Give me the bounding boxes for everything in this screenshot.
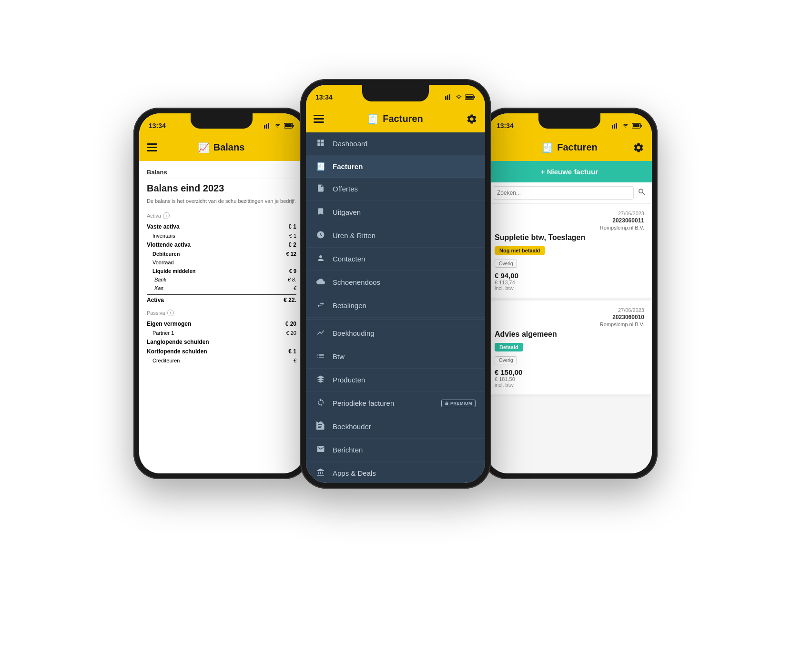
sidebar-item-schoenendoos[interactable]: Schoenendoos	[306, 271, 485, 294]
sidebar-item-dashboard[interactable]: Dashboard	[306, 132, 485, 156]
periodieke-facturen-label: Periodieke facturen	[333, 399, 394, 407]
invoice-number-1: 2023060011	[495, 217, 644, 224]
briefcase-icon	[315, 421, 326, 432]
header-title-center: 🧾 Facturen	[367, 113, 423, 125]
sidebar-item-boekhouder[interactable]: Boekhouder	[306, 415, 485, 439]
invoice-number-2: 2023060010	[495, 314, 644, 321]
search-input-right[interactable]	[493, 186, 634, 200]
document-icon	[315, 184, 326, 194]
search-button-right[interactable]	[638, 188, 646, 198]
notch-left	[191, 113, 253, 129]
sidebar-item-producten[interactable]: Producten	[306, 369, 485, 392]
balans-main-title: Balans eind 2023	[147, 183, 296, 194]
phones-container: 13:34 📈 Balans Balan	[110, 50, 681, 622]
sidebar-item-betalingen[interactable]: Betalingen	[306, 294, 485, 318]
contacten-label: Contacten	[333, 255, 365, 263]
category-badge-2: Overig	[495, 356, 517, 364]
sidebar-item-facturen[interactable]: 🧾 Facturen	[306, 156, 485, 178]
balans-total-activa: Activa € 22.	[147, 294, 296, 305]
hamburger-icon-left[interactable]	[147, 143, 157, 151]
gear-icon-center[interactable]	[466, 113, 477, 125]
chart-icon-left: 📈	[198, 142, 210, 153]
new-factuur-button[interactable]: + Nieuwe factuur	[487, 161, 652, 182]
balans-row: Crediteuren €	[147, 356, 296, 365]
app-header-center: 🧾 Facturen	[306, 106, 485, 132]
time-center: 13:34	[315, 93, 333, 101]
sidebar-item-contacten[interactable]: Contacten	[306, 248, 485, 271]
schoenendoos-label: Schoenendoos	[333, 278, 380, 286]
sidebar-item-offertes[interactable]: Offertes	[306, 178, 485, 201]
apps-deals-label: Apps & Deals	[333, 469, 376, 477]
activa-label: Activa i	[147, 212, 296, 219]
sidebar-item-berichten[interactable]: Berichten	[306, 439, 485, 462]
sidebar-item-uren-ritten[interactable]: Uren & Ritten	[306, 224, 485, 248]
cloud-icon	[315, 277, 326, 288]
svg-rect-4	[285, 124, 292, 127]
berichten-label: Berichten	[333, 446, 363, 454]
sidebar-item-btw[interactable]: Btw	[306, 345, 485, 369]
invoice-title-1: Suppletie btw, Toeslagen	[495, 233, 644, 242]
svg-rect-0	[264, 125, 265, 129]
producten-label: Producten	[333, 376, 365, 384]
facturen-label: Facturen	[333, 162, 363, 171]
nav-menu: Dashboard 🧾 Facturen Offertes	[306, 132, 485, 483]
time-right: 13:34	[497, 122, 514, 130]
gear-icon-right[interactable]	[633, 142, 644, 153]
invoice-amount-incl-2: € 181,50 incl. btw	[495, 376, 644, 388]
sidebar-item-apps-deals[interactable]: Apps & Deals	[306, 462, 485, 483]
balans-section-title: Balans	[147, 169, 296, 179]
invoice-amount-1: € 94,00	[495, 271, 644, 280]
passiva-label: Passiva i	[147, 310, 296, 316]
balans-row: Partner 1 € 20	[147, 329, 296, 337]
mail-icon	[315, 445, 326, 455]
status-badge-2: Betaald	[495, 343, 523, 351]
balans-row: Bank € 8.	[147, 275, 296, 284]
phone-right: 13:34 🧾 Facturen + N	[481, 108, 658, 479]
betalingen-label: Betalingen	[333, 301, 366, 310]
clock-icon	[315, 231, 326, 241]
header-title-left: 📈 Balans	[198, 142, 245, 153]
header-title-right: 🧾 Facturen	[541, 142, 597, 153]
phone-center-screen: 13:34 🧾 Facturen	[306, 85, 485, 483]
hamburger-icon-center[interactable]	[314, 115, 324, 123]
svg-rect-1	[266, 124, 267, 129]
notch-center	[362, 85, 429, 101]
invoice-card-1[interactable]: 27/06/2023 2023060011 Rompslomp.nl B.V. …	[487, 204, 652, 301]
invoice-company-2: Rompslomp.nl B.V.	[495, 321, 644, 327]
svg-rect-2	[268, 123, 269, 129]
sidebar-item-boekhouding[interactable]: Boekhouding	[306, 322, 485, 345]
dashboard-label: Dashboard	[333, 140, 367, 148]
refresh-icon	[315, 398, 326, 409]
transfer-icon	[315, 301, 326, 311]
svg-rect-16	[633, 124, 639, 127]
nav-divider	[306, 320, 485, 320]
phone-right-screen: 13:34 🧾 Facturen + N	[487, 113, 652, 473]
invoice-icon-right: 🧾	[541, 142, 553, 153]
balans-row: Langlopende schulden	[147, 337, 296, 347]
boekhouding-label: Boekhouding	[333, 329, 375, 337]
svg-rect-10	[466, 96, 473, 99]
balans-row: Kortlopende schulden € 1	[147, 347, 296, 356]
info-icon-passiva: i	[167, 310, 174, 316]
balans-row: Vaste activa € 1	[147, 222, 296, 231]
phone-center: 13:34 🧾 Facturen	[300, 79, 491, 489]
notch-right	[538, 113, 600, 129]
grid-icon	[315, 139, 326, 149]
invoice-amount-2: € 150,00	[495, 368, 644, 376]
sidebar-item-periodieke-facturen[interactable]: Periodieke facturen PREMIUM	[306, 392, 485, 415]
bookmark-icon	[315, 207, 326, 218]
phone-left-screen: 13:34 📈 Balans Balan	[139, 113, 304, 473]
invoice-date-2: 27/06/2023	[495, 307, 644, 313]
invoice-title-2: Advies algemeen	[495, 330, 644, 339]
status-icons-left	[264, 123, 294, 129]
svg-rect-13	[614, 124, 615, 129]
invoice-card-2[interactable]: 27/06/2023 2023060010 Rompslomp.nl B.V. …	[487, 301, 652, 397]
svg-rect-6	[445, 96, 446, 100]
info-icon: i	[163, 212, 170, 219]
app-header-right: 🧾 Facturen	[487, 134, 652, 161]
facturen-screen: + Nieuwe factuur 27/06/2023 2023060011 R…	[487, 161, 652, 473]
category-badge-1: Overig	[495, 260, 517, 268]
sidebar-item-uitgaven[interactable]: Uitgaven	[306, 201, 485, 224]
balans-row: Inventaris € 1	[147, 231, 296, 240]
list-icon	[315, 351, 326, 362]
